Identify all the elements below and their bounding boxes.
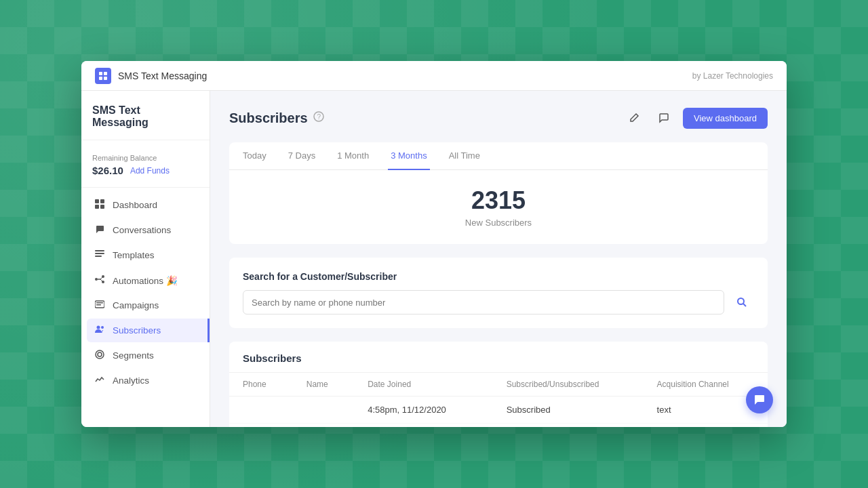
- sidebar-item-dashboard[interactable]: Dashboard: [87, 193, 204, 217]
- svg-rect-9: [95, 253, 104, 254]
- svg-point-18: [101, 326, 104, 329]
- chat-bubble-button[interactable]: [746, 386, 773, 413]
- svg-rect-15: [96, 302, 103, 304]
- cell-phone: [229, 424, 293, 428]
- app-logo: [95, 68, 111, 84]
- sidebar-balance: Remaining Balance $26.10 Add Funds: [81, 148, 210, 188]
- sidebar-item-campaigns[interactable]: Campaigns: [87, 293, 204, 317]
- sidebar-item-label: Automations 🎉: [113, 275, 178, 286]
- search-title: Search for a Customer/Subscriber: [243, 271, 754, 282]
- svg-rect-8: [95, 250, 104, 251]
- cell-phone: [229, 396, 293, 424]
- sidebar-balance-label: Remaining Balance: [92, 154, 199, 162]
- sidebar-item-subscribers[interactable]: Subscribers: [87, 319, 210, 342]
- page-header-left: Subscribers ?: [229, 110, 324, 126]
- sidebar-item-templates[interactable]: Templates: [87, 243, 204, 267]
- svg-point-11: [95, 278, 98, 281]
- sidebar-item-label: Subscribers: [113, 325, 161, 336]
- main-area: SMS Text Messaging Remaining Balance $26…: [81, 91, 787, 427]
- sidebar-item-label: Analytics: [113, 375, 149, 386]
- table-row: 4:58pm, 11/12/2020 Subscribed text: [229, 396, 768, 424]
- svg-rect-10: [95, 256, 102, 257]
- page-header-actions: View dashboard: [623, 107, 768, 129]
- sidebar-item-conversations[interactable]: Conversations: [87, 218, 204, 242]
- dashboard-icon: [94, 199, 106, 211]
- stats-number: 2315: [245, 186, 751, 215]
- svg-rect-4: [95, 199, 99, 203]
- top-bar-title: SMS Text Messaging: [118, 70, 207, 81]
- col-phone: Phone: [229, 373, 293, 396]
- help-icon[interactable]: ?: [313, 111, 324, 125]
- sidebar-balance-row: $26.10 Add Funds: [92, 165, 199, 176]
- sidebar-item-label: Campaigns: [113, 300, 159, 310]
- svg-rect-5: [100, 199, 104, 203]
- tab-today[interactable]: Today: [240, 142, 269, 170]
- top-bar: SMS Text Messaging by Lazer Technologies: [81, 61, 787, 91]
- tab-1month[interactable]: 1 Month: [334, 142, 372, 170]
- tabs-stats-card: Today 7 Days 1 Month 3 Months All Time 2…: [229, 142, 768, 244]
- search-button[interactable]: [730, 290, 754, 314]
- templates-icon: [94, 249, 106, 261]
- chat-icon-button[interactable]: [653, 107, 675, 129]
- tab-alltime[interactable]: All Time: [446, 142, 483, 170]
- page-title: Subscribers: [229, 110, 308, 126]
- add-funds-link[interactable]: Add Funds: [130, 166, 170, 176]
- top-bar-attribution: by Lazer Technologies: [692, 71, 773, 81]
- svg-rect-7: [100, 205, 104, 209]
- sidebar-item-label: Templates: [113, 250, 155, 260]
- sidebar: SMS Text Messaging Remaining Balance $26…: [81, 91, 210, 427]
- sidebar-nav: Dashboard Conversations: [81, 193, 210, 392]
- subscribers-icon: [94, 325, 106, 336]
- cell-status: Subscribed: [493, 396, 644, 424]
- search-row: [243, 290, 754, 314]
- search-section: Search for a Customer/Subscriber: [229, 258, 768, 328]
- cell-date-joined: 4:58pm, 11/12/2020: [354, 396, 493, 424]
- col-name: Name: [293, 373, 354, 396]
- conversations-icon: [94, 224, 106, 236]
- app-window: SMS Text Messaging by Lazer Technologies…: [81, 61, 787, 427]
- sidebar-balance-amount: $26.10: [92, 165, 123, 176]
- sidebar-item-automations[interactable]: Automations 🎉: [87, 268, 204, 292]
- stats-label: New Subscribers: [245, 218, 751, 228]
- stats-card: 2315 New Subscribers: [229, 170, 768, 244]
- svg-point-19: [96, 350, 104, 359]
- svg-point-23: [738, 298, 744, 304]
- table-row: 12:09pm, 11/12/2020 Subscribed text: [229, 424, 768, 428]
- cell-name: [293, 396, 354, 424]
- svg-rect-3: [104, 77, 107, 80]
- automations-icon: [94, 274, 106, 286]
- analytics-icon: [94, 375, 106, 386]
- view-dashboard-button[interactable]: View dashboard: [683, 108, 768, 129]
- top-bar-left: SMS Text Messaging: [95, 68, 207, 84]
- col-date-joined: Date Joined: [354, 373, 493, 396]
- svg-rect-6: [95, 205, 99, 209]
- sidebar-item-segments[interactable]: Segments: [87, 344, 204, 367]
- segments-icon: [94, 350, 106, 361]
- svg-point-17: [97, 326, 100, 329]
- subscribers-table: Phone Name Date Joined Subscribed/Unsubs…: [229, 373, 768, 427]
- svg-rect-0: [99, 72, 102, 75]
- subscribers-table-section: Subscribers Phone Name Date Joined Subsc…: [229, 342, 768, 427]
- sidebar-app-name: SMS Text Messaging: [81, 104, 210, 140]
- tab-7days[interactable]: 7 Days: [285, 142, 318, 170]
- sidebar-item-analytics[interactable]: Analytics: [87, 369, 204, 392]
- col-status: Subscribed/Unsubscribed: [493, 373, 644, 396]
- search-input[interactable]: [243, 290, 724, 314]
- edit-icon-button[interactable]: [623, 107, 645, 129]
- cell-status: Subscribed: [493, 424, 644, 428]
- content-area: Subscribers ?: [210, 91, 787, 427]
- svg-point-20: [98, 352, 102, 357]
- page-header: Subscribers ?: [229, 107, 768, 129]
- svg-rect-2: [99, 77, 102, 80]
- cell-channel: text: [644, 424, 768, 428]
- svg-rect-16: [96, 304, 101, 306]
- svg-text:?: ?: [317, 113, 321, 121]
- svg-line-24: [743, 304, 746, 306]
- campaigns-icon: [94, 300, 106, 311]
- sidebar-item-label: Segments: [113, 350, 154, 361]
- table-title: Subscribers: [229, 342, 768, 373]
- cell-date-joined: 12:09pm, 11/12/2020: [354, 424, 493, 428]
- tab-3months[interactable]: 3 Months: [388, 142, 429, 170]
- sidebar-item-label: Conversations: [113, 225, 171, 235]
- time-filter-tabs: Today 7 Days 1 Month 3 Months All Time: [229, 142, 768, 170]
